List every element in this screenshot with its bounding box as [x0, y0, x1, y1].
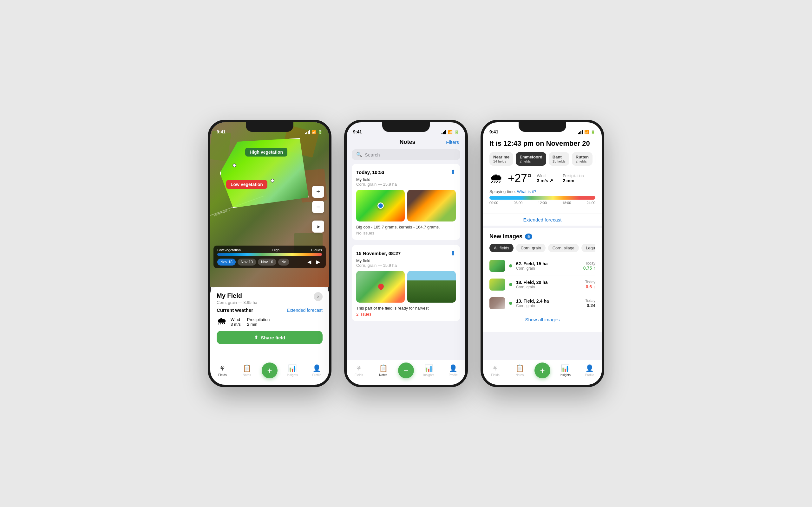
date-nav: ◀ ▶ — [305, 258, 322, 266]
profile-label-2: Profile — [449, 373, 457, 377]
add-button-1[interactable]: + — [262, 362, 277, 378]
phone1: 9:41 📶 🔋 Hertendoor... — [208, 120, 332, 387]
field-date-0: Today — [583, 261, 595, 266]
wind-stat: Wind 3 m/s — [231, 317, 241, 327]
time-3: 9:41 — [490, 129, 498, 134]
location-pill-3[interactable]: Rutten 2 fields — [572, 152, 593, 166]
note-type-1: Corn, grain — 15.9 ha — [356, 263, 456, 268]
field-thumb-1 — [490, 279, 505, 291]
extended-forecast-link-3[interactable]: Extended forecast — [483, 214, 602, 226]
notes-header: Notes Filters — [347, 136, 465, 149]
crop-pill-corn-grain[interactable]: Corn, grain — [516, 244, 545, 252]
note-field-0: My field — [356, 177, 456, 182]
note-desc-1: This part of the field is ready for harv… — [356, 306, 456, 311]
note-share-0[interactable]: ⬆ — [450, 168, 456, 176]
nav-profile-2[interactable]: 👤 Profile — [444, 364, 463, 377]
new-images-title: New images — [490, 233, 522, 240]
note-desc-0: Big cob - 185.7 grams, kernels - 164.7 g… — [356, 225, 456, 229]
date-pills: Nov 18 Nov 13 Nov 10 No ◀ ▶ — [217, 258, 322, 266]
what-is-it-link[interactable]: What is it? — [517, 189, 537, 194]
note-issues-0: No issues — [356, 231, 456, 235]
nav-fields-3[interactable]: ⚘ Fields — [486, 364, 505, 377]
note-card-1: 15 November, 08:27 ⬆ My field Corn, grai… — [352, 245, 460, 321]
nav-notes-3[interactable]: 📋 Notes — [510, 364, 529, 377]
zoom-in-button[interactable]: + — [312, 186, 324, 198]
time-gradient — [490, 196, 595, 200]
field-dot-0 — [509, 264, 512, 268]
phone2: 9:41 📶 🔋 Notes Filters 🔍 Search — [344, 120, 468, 387]
date-pill-2[interactable]: Nov 10 — [258, 259, 276, 266]
notes-title: Notes — [369, 139, 446, 146]
date-pill-0[interactable]: Nov 18 — [217, 259, 236, 266]
field-name-2: 13. Field, 2.4 ha — [516, 298, 581, 303]
nav-fields-1[interactable]: ⚘ Fields — [213, 364, 232, 377]
field-date-1: Today — [585, 280, 595, 284]
note-images-0 — [356, 190, 456, 222]
field-info-2: 13. Field, 2.4 ha Corn, grain — [516, 298, 581, 308]
spraying-row: Spraying time. What is it? — [490, 189, 595, 194]
field-crop-0: Corn, grain — [516, 266, 579, 271]
field-value-col-2: Today 0.24 — [585, 298, 595, 308]
nav-notes-2[interactable]: 📋 Notes — [374, 364, 393, 377]
location-pill-4[interactable]: Creil 17 fie... — [595, 152, 595, 166]
extended-forecast-link[interactable]: Extended forecast — [287, 308, 322, 313]
date-greeting: It is 12:43 pm on November 20 — [490, 139, 595, 148]
time-label-2: 12:00 — [538, 201, 547, 205]
location-pill-2[interactable]: Bant 15 fields — [549, 152, 569, 166]
zoom-out-button[interactable]: − — [312, 201, 324, 213]
field-value-col-0: Today 0.75 ↑ — [583, 261, 595, 271]
nav-profile-1[interactable]: 👤 Profile — [307, 364, 326, 377]
nav-insights-1[interactable]: 📊 Insights — [283, 364, 302, 377]
phone1-content: Hertendoor... High vegetation Low vegeta… — [210, 122, 329, 385]
gradient-label-low: Low vegetation — [217, 248, 241, 252]
map-area[interactable]: Hertendoor... High vegetation Low vegeta… — [210, 122, 329, 287]
nav-insights-3[interactable]: 📊 Insights — [556, 364, 575, 377]
time-1: 9:41 — [217, 129, 225, 134]
gradient-labels: Low vegetation High Clouds — [217, 248, 322, 252]
profile-label-1: Profile — [312, 373, 321, 377]
nav-fields-2[interactable]: ⚘ Fields — [349, 364, 368, 377]
close-field-card-button[interactable]: × — [314, 292, 322, 301]
add-button-2[interactable]: + — [398, 362, 414, 378]
notes-icon-3: 📋 — [515, 364, 524, 373]
date-next-button[interactable]: ▶ — [314, 258, 322, 266]
navigation-button[interactable]: ➤ — [312, 221, 324, 233]
gradient-label-high: High — [272, 248, 280, 252]
precip-stat: Precipitation 2 mm — [247, 317, 270, 327]
field-thumb-2 — [490, 297, 505, 309]
location-pills: Near me 14 fields Emmeloord 2 fields Ban… — [490, 152, 595, 166]
date-pill-3[interactable]: No — [278, 259, 289, 266]
wind-value: 3 m/s — [231, 322, 241, 327]
nav-notes-1[interactable]: 📋 Notes — [237, 364, 256, 377]
note-date-row-0: Today, 10:53 ⬆ — [356, 168, 456, 176]
share-field-label: Share field — [261, 335, 285, 340]
date-prev-button[interactable]: ◀ — [305, 258, 313, 266]
field-value-1: 0.6 ↓ — [585, 284, 595, 289]
weather-cloud-icon: 🌧 — [490, 171, 503, 186]
note-date-0: Today, 10:53 — [356, 170, 385, 175]
show-all-images-link[interactable]: Show all images — [490, 313, 595, 327]
field-card: My Field Corn, grain — 8.95 ha × Current… — [210, 287, 329, 360]
note-images-1 — [356, 271, 456, 302]
crop-pill-all[interactable]: All fields — [490, 244, 513, 252]
share-field-button[interactable]: ⬆ Share field — [217, 331, 322, 344]
note-map-image-1 — [356, 271, 405, 302]
crop-pill-leguminous[interactable]: Leguminous — [581, 244, 595, 252]
add-button-3[interactable]: + — [535, 362, 550, 378]
location-pill-1[interactable]: Emmeloord 2 fields — [516, 152, 546, 166]
filters-button[interactable]: Filters — [446, 139, 459, 145]
wifi-icon-2: 📶 — [448, 130, 453, 134]
wifi-icon-1: 📶 — [311, 130, 316, 134]
phone3-content: It is 12:43 pm on November 20 Near me 14… — [483, 136, 602, 385]
search-icon: 🔍 — [356, 152, 362, 158]
crop-pill-corn-silage[interactable]: Corn, silage — [548, 244, 579, 252]
nav-profile-3[interactable]: 👤 Profile — [580, 364, 599, 377]
fields-icon-3: ⚘ — [492, 364, 498, 373]
note-share-1[interactable]: ⬆ — [450, 249, 456, 257]
nav-insights-2[interactable]: 📊 Insights — [419, 364, 438, 377]
share-icon: ⬆ — [254, 335, 258, 340]
location-pill-0[interactable]: Near me 14 fields — [490, 152, 513, 166]
corner-dot-1 — [233, 164, 236, 167]
date-pill-1[interactable]: Nov 13 — [238, 259, 256, 266]
search-bar[interactable]: 🔍 Search — [352, 149, 460, 160]
